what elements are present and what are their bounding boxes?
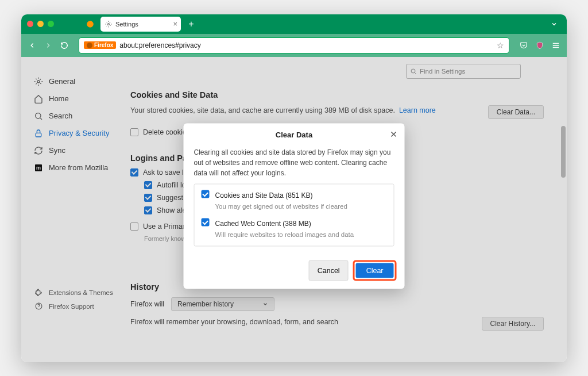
cached-content-checkbox[interactable] (202, 218, 210, 227)
find-in-settings-input[interactable]: Find in Settings (406, 64, 521, 79)
tab-close-button[interactable]: × (173, 20, 177, 28)
svg-line-7 (40, 118, 42, 120)
app-menu-icon[interactable] (552, 41, 560, 49)
svg-point-11 (411, 69, 415, 73)
cache-option-title: Cached Web Content (388 MB) (215, 218, 354, 229)
clear-button-highlight: Clear (353, 260, 397, 281)
maximize-window-button[interactable] (48, 21, 54, 27)
sidebar-item-label: General (49, 77, 75, 86)
close-icon (390, 131, 398, 139)
shield-icon[interactable] (536, 41, 544, 49)
search-placeholder: Find in Settings (420, 68, 465, 75)
mozilla-icon: m (34, 163, 43, 172)
settings-sidebar: General Home Search Privacy & Security S… (21, 67, 125, 362)
sidebar-item-label: More from Mozilla (49, 163, 108, 172)
sidebar-item-search[interactable]: Search (32, 108, 125, 125)
sidebar-item-label: Search (49, 112, 72, 120)
url-text: about:preferences#privacy (119, 41, 200, 49)
learn-more-link[interactable]: Learn more (399, 106, 436, 114)
modal-close-button[interactable] (390, 131, 398, 139)
modal-options-panel: Cookies and Site Data (851 KB) You may g… (194, 184, 394, 247)
forward-button[interactable] (44, 41, 52, 49)
sidebar-item-label: Firefox Support (49, 303, 94, 310)
svg-point-0 (87, 21, 94, 28)
primary-password-checkbox[interactable] (130, 222, 138, 231)
bookmark-star-icon[interactable]: ☆ (497, 41, 504, 50)
browser-window: Settings × + Firefox about:preferences#p… (21, 14, 567, 362)
cookies-site-data-checkbox[interactable] (202, 190, 210, 198)
home-icon (34, 94, 43, 103)
gear-icon (34, 77, 43, 86)
sidebar-item-sync[interactable]: Sync (32, 142, 125, 159)
sidebar-item-label: Privacy & Security (49, 129, 109, 137)
toolbar: Firefox about:preferences#privacy ☆ (21, 34, 567, 57)
sidebar-item-mozilla[interactable]: m More from Mozilla (32, 159, 125, 177)
lock-icon (34, 129, 43, 138)
sync-icon (34, 146, 43, 155)
content-area: General Home Search Privacy & Security S… (21, 57, 567, 362)
sidebar-item-home[interactable]: Home (32, 90, 125, 108)
new-tab-button[interactable]: + (184, 19, 198, 29)
chevron-down-icon (262, 301, 268, 307)
history-prefix: Firefox will (130, 300, 164, 308)
cookies-heading: Cookies and Site Data (130, 90, 544, 99)
sidebar-item-label: Sync (49, 146, 65, 155)
svg-rect-8 (36, 133, 41, 137)
back-button[interactable] (28, 41, 36, 49)
close-window-button[interactable] (27, 21, 33, 27)
firefox-home-icon[interactable] (83, 17, 97, 31)
clear-history-button[interactable]: Clear History... (482, 317, 544, 331)
sidebar-item-label: Extensions & Themes (49, 289, 113, 296)
tabs-dropdown-icon[interactable] (551, 21, 558, 28)
svg-line-12 (415, 72, 416, 74)
sidebar-item-privacy[interactable]: Privacy & Security (32, 125, 125, 142)
reload-button[interactable] (60, 41, 68, 49)
clear-data-modal: Clear Data Clearing all cookies and site… (184, 124, 405, 289)
search-icon (34, 112, 43, 121)
autofill-checkbox[interactable] (144, 181, 152, 189)
svg-point-6 (36, 113, 41, 118)
cache-option-sub: Will require websites to reload images a… (215, 230, 354, 240)
cookies-option-title: Cookies and Site Data (851 KB) (215, 190, 347, 201)
ask-save-logins-checkbox[interactable] (130, 168, 138, 177)
save-to-pocket-icon[interactable] (520, 41, 528, 49)
alerts-checkbox[interactable] (144, 206, 152, 214)
sidebar-item-support[interactable]: Firefox Support (32, 300, 125, 313)
clear-data-button[interactable]: Clear Data... (488, 105, 544, 119)
firefox-badge: Firefox (84, 41, 116, 49)
modal-description: Clearing all cookies and site data store… (194, 147, 394, 178)
clear-button[interactable]: Clear (356, 263, 394, 278)
search-icon (410, 68, 417, 75)
cancel-button[interactable]: Cancel (309, 260, 349, 281)
scrollbar-thumb[interactable] (561, 126, 566, 178)
puzzle-icon (34, 288, 43, 297)
history-mode-select[interactable]: Remember history (171, 297, 274, 311)
window-controls (27, 21, 54, 27)
history-select-value: Remember history (177, 300, 234, 308)
gear-icon (105, 21, 112, 28)
suggest-checkbox[interactable] (144, 194, 152, 202)
delete-cookies-checkbox[interactable] (130, 128, 138, 136)
sidebar-item-general[interactable]: General (32, 73, 125, 90)
modal-title: Clear Data (276, 131, 312, 139)
url-bar[interactable]: Firefox about:preferences#privacy ☆ (79, 37, 509, 53)
tab-settings[interactable]: Settings × (100, 17, 181, 32)
sidebar-item-label: Home (49, 94, 69, 103)
sidebar-item-extensions[interactable]: Extensions & Themes (32, 286, 125, 300)
minimize-window-button[interactable] (37, 21, 44, 27)
history-desc: Firefox will remember your browsing, dow… (130, 317, 470, 328)
svg-point-5 (37, 80, 40, 83)
tab-label: Settings (115, 21, 138, 28)
titlebar: Settings × + (21, 14, 567, 34)
help-icon (34, 302, 43, 311)
cookies-option-sub: You may get signed out of websites if cl… (215, 202, 347, 212)
svg-point-1 (108, 23, 110, 25)
cookies-body: Your stored cookies, site data, and cach… (130, 106, 395, 114)
